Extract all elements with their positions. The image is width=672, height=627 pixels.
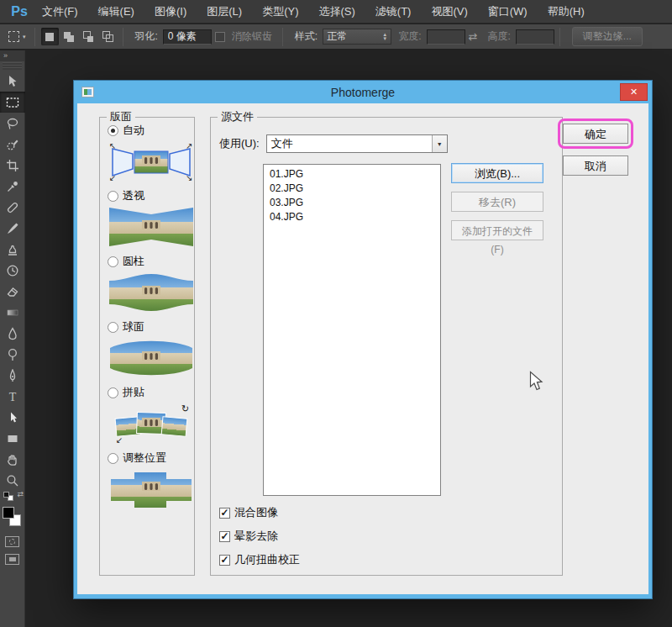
screen-mode-button[interactable] (5, 554, 19, 565)
radio-button-icon[interactable] (108, 322, 118, 333)
menu-select[interactable]: 选择(S) (308, 0, 365, 24)
move-tool[interactable] (0, 71, 25, 92)
width-input[interactable] (427, 29, 465, 45)
hand-tool[interactable] (0, 449, 25, 470)
source-files-groupbox: 源文件 使用(U): 文件 ▼ 01.JPG 02.JPG 03.JPG 04.… (210, 117, 563, 576)
radio-perspective[interactable]: 透视 (108, 188, 194, 203)
menu-help[interactable]: 帮助(H) (538, 0, 595, 24)
tool-preset-picker[interactable]: ▾ (5, 29, 29, 44)
browse-button[interactable]: 浏览(B)... (451, 163, 543, 183)
path-selection-tool[interactable] (0, 407, 25, 428)
antialias-checkbox[interactable] (215, 32, 225, 42)
radio-button-icon[interactable] (108, 256, 118, 267)
file-list-item[interactable]: 04.JPG (264, 210, 440, 224)
use-label: 使用(U): (219, 136, 260, 151)
source-file-list[interactable]: 01.JPG 02.JPG 03.JPG 04.JPG (263, 164, 441, 496)
dialog-body: 版面 自动 ↖ ↗ ↙ ↘ (77, 103, 648, 594)
layout-thumb-auto: ↖ ↗ ↙ ↘ (109, 141, 193, 182)
collapse-panel-icon[interactable]: » (0, 50, 24, 61)
zoom-tool[interactable] (0, 470, 25, 491)
feather-label: 羽化: (135, 29, 158, 44)
pen-tool[interactable] (0, 365, 25, 386)
menu-filter[interactable]: 滤镜(T) (365, 0, 422, 24)
spinner-icon: ▲▼ (382, 33, 387, 41)
ok-button-highlight-annotation: 确定 (558, 119, 633, 149)
rectangular-marquee-tool[interactable] (0, 92, 25, 113)
menu-window[interactable]: 窗口(W) (478, 0, 538, 24)
add-to-selection-mode-button[interactable] (60, 28, 78, 45)
menu-bar: Ps 文件(F) 编辑(E) 图像(I) 图层(L) 类型(Y) 选择(S) 滤… (0, 0, 672, 24)
divider (123, 28, 123, 46)
menu-type[interactable]: 类型(Y) (252, 0, 308, 24)
quick-mask-mode-button[interactable] (5, 536, 19, 547)
vignette-removal-checkbox-row[interactable]: ✓ 晕影去除 (219, 530, 278, 543)
dropdown-arrow-icon[interactable]: ▼ (432, 135, 447, 152)
radio-button-icon[interactable] (108, 125, 118, 136)
crop-tool[interactable] (0, 155, 25, 176)
radio-button-icon[interactable] (108, 453, 118, 464)
svg-text:↘: ↘ (186, 173, 192, 182)
rectangle-shape-tool[interactable] (0, 428, 25, 449)
use-select[interactable]: 文件 ▼ (266, 134, 448, 153)
file-list-item[interactable]: 03.JPG (264, 196, 440, 210)
checkbox-icon[interactable]: ✓ (219, 531, 230, 542)
blur-tool[interactable] (0, 323, 25, 344)
menu-image[interactable]: 图像(I) (144, 0, 197, 24)
radio-button-icon[interactable] (108, 191, 118, 202)
brush-tool[interactable] (0, 218, 25, 239)
remove-button[interactable]: 移去(R) (451, 192, 543, 212)
cancel-button[interactable]: 取消 (563, 155, 628, 176)
quick-selection-tool[interactable] (0, 134, 25, 155)
type-tool[interactable]: T (0, 386, 25, 407)
panel-grip[interactable] (3, 62, 22, 70)
gradient-tool[interactable] (0, 302, 25, 323)
clone-stamp-tool[interactable] (0, 239, 25, 260)
menu-edit[interactable]: 编辑(E) (88, 0, 144, 24)
dialog-titlebar[interactable]: Photomerge ✕ (74, 81, 652, 103)
checkbox-icon[interactable]: ✓ (219, 508, 230, 519)
height-label: 高度: (487, 29, 510, 44)
geometric-distortion-checkbox-row[interactable]: ✓ 几何扭曲校正 (219, 553, 300, 566)
menu-view[interactable]: 视图(V) (421, 0, 477, 24)
ok-button[interactable]: 确定 (563, 124, 628, 144)
close-button[interactable]: ✕ (620, 83, 648, 101)
refine-edge-button[interactable]: 调整边缘... (572, 27, 643, 46)
intersect-selection-mode-button[interactable] (99, 28, 117, 45)
layout-option-spherical: 球面 (108, 319, 194, 378)
source-group-label: 源文件 (218, 111, 257, 123)
radio-spherical[interactable]: 球面 (108, 319, 194, 335)
swap-dimensions-icon[interactable]: ⇄ (469, 30, 478, 43)
add-open-files-button[interactable]: 添加打开的文件(F) (451, 220, 543, 240)
history-brush-tool[interactable] (0, 260, 25, 281)
default-swap-colors-widget[interactable]: ⇄ (0, 491, 25, 503)
spot-healing-brush-tool[interactable] (0, 197, 25, 218)
subtract-from-selection-mode-button[interactable] (80, 28, 97, 45)
foreground-color-swatch[interactable] (3, 507, 14, 519)
radio-collage[interactable]: 拼贴 (108, 385, 194, 400)
blend-images-checkbox-row[interactable]: ✓ 混合图像 (219, 506, 278, 519)
height-input[interactable] (516, 29, 554, 45)
radio-button-icon[interactable] (108, 387, 118, 398)
checkbox-icon[interactable]: ✓ (219, 555, 230, 566)
radio-cylindrical[interactable]: 圆柱 (108, 254, 194, 269)
radio-reposition[interactable]: 调整位置 (108, 450, 194, 466)
eyedropper-tool[interactable] (0, 176, 25, 197)
menu-file[interactable]: 文件(F) (32, 0, 88, 24)
photomerge-dialog: Photomerge ✕ 版面 自动 ↖ ↗ (74, 81, 652, 598)
layout-option-cylindrical: 圆柱 (108, 254, 194, 313)
style-select[interactable]: 正常 ▲▼ (323, 29, 391, 45)
new-selection-mode-button[interactable] (41, 28, 59, 45)
layout-thumb-reposition (109, 469, 193, 509)
lasso-tool[interactable] (0, 113, 25, 134)
file-list-item[interactable]: 01.JPG (264, 167, 440, 182)
antialias-label: 消除锯齿 (232, 29, 272, 44)
menu-layer[interactable]: 图层(L) (197, 0, 252, 24)
radio-auto[interactable]: 自动 (108, 123, 194, 138)
dodge-tool[interactable] (0, 344, 25, 365)
file-list-item[interactable]: 02.JPG (264, 182, 440, 196)
layout-thumb-cylindrical (109, 272, 193, 313)
eraser-tool[interactable] (0, 281, 25, 302)
feather-input[interactable] (163, 29, 212, 45)
foreground-background-colors[interactable] (0, 504, 25, 531)
tools-panel: » T (0, 50, 25, 627)
